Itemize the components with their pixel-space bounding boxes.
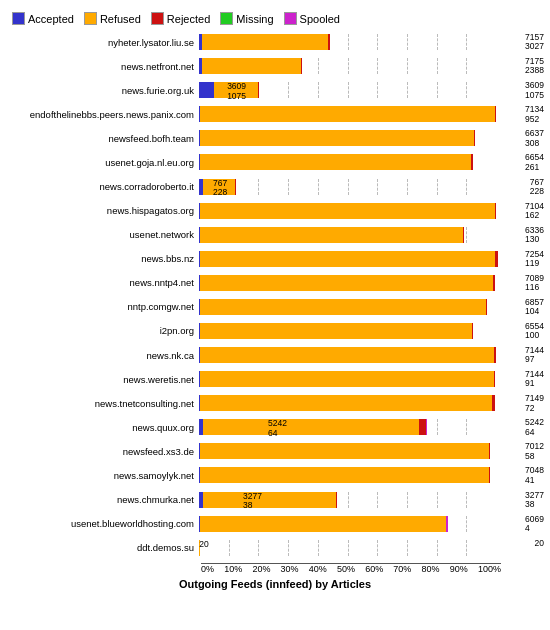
bar-label: news.samoylyk.net xyxy=(4,470,199,481)
bar-label: news.weretis.net xyxy=(4,374,199,385)
bar-label: news.bbs.nz xyxy=(4,253,199,264)
bar-row: nyheter.lysator.liu.se7157 3027 xyxy=(4,32,496,52)
bar-segment-rejected xyxy=(328,34,330,50)
bar-right-value: 7144 91 xyxy=(525,370,544,389)
x-tick: 0% xyxy=(201,564,214,574)
grid-line xyxy=(288,82,289,98)
bar-label: ddt.demos.su xyxy=(4,542,199,553)
bar-track: 7157 3027 xyxy=(199,34,496,50)
bar-row: usenet.blueworldhosting.com6069 4 xyxy=(4,514,496,534)
x-tick: 40% xyxy=(309,564,327,574)
bar-segment-refused xyxy=(200,154,470,170)
bar-label: news.nk.ca xyxy=(4,350,199,361)
bar-segment-spooled xyxy=(426,419,427,435)
grid-line xyxy=(407,34,408,50)
bar-row: news.furie.org.uk3609 10753609 1075 xyxy=(4,80,496,100)
bar-segment-refused xyxy=(200,227,463,243)
x-tick: 50% xyxy=(337,564,355,574)
bar-segment-spooled xyxy=(446,516,447,532)
bar-row: usenet.network6336 130 xyxy=(4,225,496,245)
bar-segment-rejected xyxy=(336,492,337,508)
bar-row: i2pn.org6554 100 xyxy=(4,321,496,341)
bar-label: news.chmurka.net xyxy=(4,494,199,505)
legend-label: Rejected xyxy=(167,13,210,25)
x-tick: 70% xyxy=(393,564,411,574)
bar-segment-rejected xyxy=(486,299,487,315)
legend-color-accepted xyxy=(12,12,25,25)
x-tick: 10% xyxy=(224,564,242,574)
bar-segment-rejected xyxy=(471,154,473,170)
grid-line xyxy=(407,492,408,508)
bar-right-value: 7144 97 xyxy=(525,346,544,365)
grid-line xyxy=(407,58,408,74)
bar-label: usenet.network xyxy=(4,229,199,240)
grid-line xyxy=(377,179,378,195)
bar-right-value: 7048 41 xyxy=(525,466,544,485)
legend-item-missing: Missing xyxy=(220,12,273,25)
bar-segment-refused xyxy=(200,443,490,459)
bar-segment-refused xyxy=(202,58,301,74)
bar-inline-value: 5242 64 xyxy=(268,419,287,438)
bar-label: newsfeed.xs3.de xyxy=(4,446,199,457)
bar-segment-refused xyxy=(200,371,494,387)
bar-track: 3277 383277 38 xyxy=(199,492,496,508)
grid-line xyxy=(466,34,467,50)
legend-item-spooled: Spooled xyxy=(284,12,340,25)
bar-label: news.quux.org xyxy=(4,422,199,433)
x-tick: 60% xyxy=(365,564,383,574)
grid-line xyxy=(466,179,467,195)
bar-right-value: 7134 952 xyxy=(525,105,544,124)
bar-label: news.furie.org.uk xyxy=(4,85,199,96)
legend-item-accepted: Accepted xyxy=(12,12,74,25)
bar-track: 3609 10753609 1075 xyxy=(199,82,496,98)
bar-row: news.bbs.nz7254 119 xyxy=(4,249,496,269)
x-axis-label: Outgoing Feeds (innfeed) by Articles xyxy=(4,578,546,590)
bar-inline-value: 3609 1075 xyxy=(227,82,246,101)
grid-line xyxy=(466,540,467,556)
legend-item-rejected: Rejected xyxy=(151,12,210,25)
bar-right-value: 7175 2388 xyxy=(525,57,544,76)
bar-inline-value: 3277 38 xyxy=(243,492,262,511)
bar-segment-refused xyxy=(200,395,493,411)
bar-label: news.corradoroberto.it xyxy=(4,181,199,192)
bar-segment-refused xyxy=(202,34,328,50)
grid-line xyxy=(407,82,408,98)
bar-segment-refused xyxy=(200,323,472,339)
bar-label: news.netfront.net xyxy=(4,61,199,72)
bar-label: news.tnetconsulting.net xyxy=(4,398,199,409)
bar-track: 7012 58 xyxy=(199,443,496,459)
grid-line xyxy=(437,82,438,98)
bar-right-value: 6336 130 xyxy=(525,226,544,245)
grid-line xyxy=(377,540,378,556)
bar-inline-value: 767 228 xyxy=(213,179,227,198)
bar-row: news.nntp4.net7089 116 xyxy=(4,273,496,293)
bar-segment-rejected xyxy=(258,82,259,98)
grid-line xyxy=(407,540,408,556)
bar-segment-refused xyxy=(200,203,495,219)
grid-line xyxy=(437,492,438,508)
bar-right-value: 3609 1075 xyxy=(525,81,544,100)
bar-label: nyheter.lysator.liu.se xyxy=(4,37,199,48)
bar-right-value: 20 xyxy=(535,539,544,548)
bar-segment-rejected xyxy=(494,347,496,363)
bar-segment-rejected xyxy=(419,419,426,435)
bar-segment-refused xyxy=(203,492,335,508)
grid-line xyxy=(229,540,230,556)
bar-track: 7048 41 xyxy=(199,467,496,483)
bar-segment-refused xyxy=(200,251,495,267)
grid-line xyxy=(377,34,378,50)
bar-row: ddt.demos.su2020 xyxy=(4,538,496,558)
bar-row: news.samoylyk.net7048 41 xyxy=(4,465,496,485)
bar-segment-rejected xyxy=(235,179,236,195)
bar-track: 6069 4 xyxy=(199,516,496,532)
bar-track: 7134 952 xyxy=(199,106,496,122)
bar-inline-value: 20 xyxy=(199,540,208,549)
grid-line xyxy=(377,58,378,74)
bar-label: endofthelinebbs.peers.news.panix.com xyxy=(4,109,199,120)
legend-item-refused: Refused xyxy=(84,12,141,25)
bar-segment-refused xyxy=(200,275,493,291)
bar-segment-rejected xyxy=(492,395,495,411)
bar-label: i2pn.org xyxy=(4,325,199,336)
legend-label: Refused xyxy=(100,13,141,25)
bar-right-value: 6554 100 xyxy=(525,322,544,341)
